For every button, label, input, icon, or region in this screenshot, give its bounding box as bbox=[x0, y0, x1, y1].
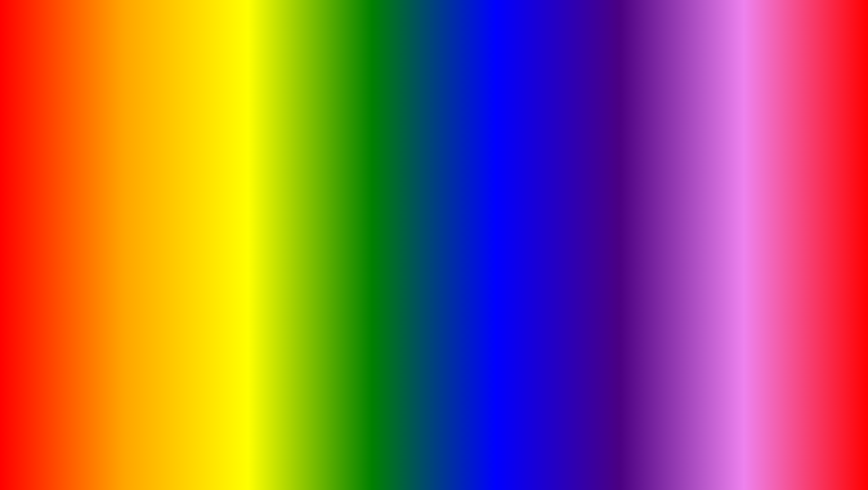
r-sidebar-combat-label: Combat bbox=[617, 171, 632, 176]
r-teleport-icon: 📍 bbox=[611, 188, 617, 193]
r-home-icon: 🏠 bbox=[611, 163, 617, 168]
r-race-icon: 👥 bbox=[611, 223, 617, 227]
double-quest-checkbox[interactable] bbox=[251, 258, 257, 264]
r-row-remove-fog: Remove Fog bbox=[647, 164, 823, 175]
sidebar-devil-fruit-label: Devil Fruit bbox=[52, 228, 72, 233]
teleport-lever-label: Teleport Lever bbox=[647, 197, 823, 202]
race-icon: 👥 bbox=[45, 245, 50, 250]
r-sidebar-stats[interactable]: 📊 Stats bbox=[608, 178, 643, 187]
r-row-disable-infinite-stairs: Disable Infinite Stairs bbox=[647, 215, 823, 226]
sidebar-teleport[interactable]: 📍 Teleport bbox=[41, 209, 76, 218]
r-sidebar-teleport[interactable]: 📍 Teleport bbox=[608, 187, 643, 195]
r-stats-icon: 📊 bbox=[611, 180, 617, 185]
auto-set-home-label: Auto Set Home Point bbox=[81, 180, 251, 185]
settings-icon: ⚙ bbox=[45, 177, 49, 182]
teleport-label: Teleport bbox=[647, 240, 823, 245]
main-title: B L O X F R U I T S bbox=[0, 7, 868, 80]
svg-rect-2 bbox=[818, 431, 822, 437]
select-fast-attack-label: Select Fast Attack Mode : bbox=[81, 214, 251, 218]
sidebar-race[interactable]: 👥 Race bbox=[41, 244, 76, 252]
sidebar-main-label: Main bbox=[52, 186, 62, 191]
r-sidebar-others[interactable]: ⊞ Others bbox=[608, 229, 643, 238]
teleport-great-tree-label: Teleport Top Of Great Tree bbox=[647, 178, 823, 183]
r-sidebar-race-label: Race bbox=[618, 223, 629, 227]
r-settings-icon: ⚙ bbox=[611, 154, 615, 159]
select-door-dropdown[interactable] bbox=[817, 228, 823, 235]
r-row-teleport-great-tree: Teleport Top Of Great Tree bbox=[647, 175, 823, 185]
title-spacer bbox=[392, 7, 410, 80]
sidebar-stats-label: Stats bbox=[52, 203, 62, 208]
sidebar-combat[interactable]: ✖ Combat bbox=[41, 192, 76, 201]
panel-left-header: Void Hub bbox=[41, 140, 260, 150]
panel-left-sidebar: ⚙ Settings 🏠 Main ✖ Combat 📊 Stats 📍 Tel… bbox=[41, 173, 77, 270]
remove-fog-checkbox[interactable] bbox=[817, 166, 823, 173]
teleport-icon: 📍 bbox=[45, 211, 50, 216]
sidebar-main[interactable]: 🏠 Main bbox=[41, 184, 76, 192]
title-letter-r: R bbox=[462, 7, 507, 80]
disable-infinite-stairs-checkbox[interactable] bbox=[817, 217, 823, 223]
sidebar-dungeon[interactable]: ⊕ Dungeon bbox=[41, 218, 76, 227]
bypass-teleport-checkbox[interactable] bbox=[251, 246, 257, 253]
r-row-teleport-lever: Teleport Lever bbox=[647, 195, 823, 205]
title-letter-i: I bbox=[566, 7, 584, 80]
sidebar-others[interactable]: ⊞ Others bbox=[41, 252, 76, 261]
remove-fog-label: Remove Fog bbox=[647, 167, 817, 172]
title-letter-t: T bbox=[591, 7, 629, 80]
title-letter-x: X bbox=[343, 7, 385, 80]
panel-right-sidebar: ⚙ Settings 🏠 Main ✖ Combat 📊 Stats 📍 Tel… bbox=[608, 150, 644, 267]
select-bring-mob-dropdown[interactable] bbox=[251, 190, 257, 196]
fast-attack-checkbox[interactable] bbox=[251, 224, 257, 230]
bf-logo-blox: BLOX bbox=[800, 447, 848, 464]
panel-left-body: ⚙ Settings 🏠 Main ✖ Combat 📊 Stats 📍 Tel… bbox=[41, 173, 260, 270]
double-quest-label: Double Quest bbox=[81, 258, 251, 263]
row-bypass-teleport: Bypass Teleport bbox=[81, 244, 257, 255]
r-sidebar-main[interactable]: 🏠 Main bbox=[608, 161, 643, 169]
r-others-icon: ⊞ bbox=[611, 231, 615, 236]
r-sidebar-combat[interactable]: ✖ Combat bbox=[608, 169, 643, 178]
bottom-script: SCRIPT bbox=[285, 436, 408, 474]
sidebar-settings-label: Settings bbox=[50, 177, 67, 182]
r-combat-icon: ✖ bbox=[611, 171, 615, 176]
sidebar-shop[interactable]: 🛒 Shop bbox=[41, 235, 76, 244]
sidebar-stats[interactable]: 📊 Stats bbox=[41, 201, 76, 209]
select-weapon-dropdown[interactable] bbox=[251, 235, 257, 241]
r-sidebar-shop[interactable]: 🛒 Shop bbox=[608, 212, 643, 221]
sidebar-race-label: Race bbox=[52, 245, 62, 250]
bottom-auto-farm: AUTO FARM bbox=[22, 428, 276, 477]
panel-left-content: Auto Set Home Point Select Bring Mob Mod… bbox=[77, 173, 260, 270]
row-select-weapon: Select Weapon : bbox=[81, 233, 257, 244]
sidebar-others-label: Others bbox=[50, 254, 63, 259]
r-sidebar-dungeon[interactable]: ⊕ Dungeon bbox=[608, 195, 643, 204]
title-letter-b: B bbox=[190, 7, 236, 80]
select-fast-attack-dropdown[interactable] bbox=[251, 213, 257, 219]
auto-set-home-checkbox[interactable] bbox=[251, 179, 257, 185]
sidebar-combat-label: Combat bbox=[50, 194, 66, 199]
bottom-pastebin: PASTEBIN bbox=[417, 436, 586, 474]
combat-icon: ✖ bbox=[45, 194, 48, 199]
row-auto-set-home: Auto Set Home Point bbox=[81, 177, 257, 188]
shop-icon: 🛒 bbox=[45, 237, 50, 242]
sidebar-settings[interactable]: ⚙ Settings bbox=[41, 175, 76, 184]
r-row-teleport: Teleport bbox=[647, 237, 823, 247]
bring-mob-label: Bring Mob bbox=[81, 202, 251, 207]
r-sidebar-main-label: Main bbox=[618, 163, 628, 168]
svg-point-1 bbox=[815, 416, 833, 434]
panel-right-section-title: Race V4 Helper bbox=[647, 154, 823, 164]
title-letter-l: L bbox=[242, 7, 281, 80]
disable-infinite-stairs-label: Disable Infinite Stairs bbox=[647, 218, 817, 223]
bring-mob-checkbox[interactable] bbox=[251, 201, 257, 208]
title-letter-u2: U bbox=[514, 7, 559, 80]
r-sidebar-devil-fruit[interactable]: 🍎 Devil Fruit bbox=[608, 204, 643, 212]
sidebar-teleport-label: Teleport bbox=[52, 211, 68, 216]
timer-display: 0:30:14 bbox=[553, 220, 607, 242]
r-sidebar-shop-label: Shop bbox=[618, 214, 629, 219]
sidebar-devil-fruit[interactable]: 🍎 Devil Fruit bbox=[41, 227, 76, 235]
panel-left-discord: discord.gg/voidhubwin Hours : 0 Minutes … bbox=[41, 150, 260, 164]
title-letter-o: O bbox=[287, 7, 336, 80]
r-sidebar-settings[interactable]: ⚙ Settings bbox=[608, 152, 643, 161]
sidebar-dungeon-label: Dungeon bbox=[50, 220, 68, 225]
fast-attack-label: Fast Attack bbox=[81, 225, 251, 230]
r-sidebar-race[interactable]: 👥 Race bbox=[608, 221, 643, 229]
r-row-teleport-temple: Teleport Temple Of Time bbox=[647, 185, 823, 195]
balloon bbox=[309, 161, 336, 195]
